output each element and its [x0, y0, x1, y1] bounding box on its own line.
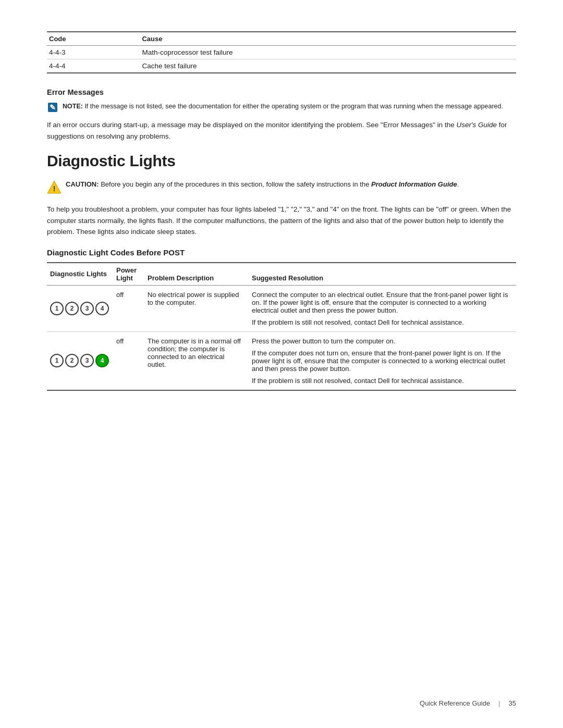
caution-text: CAUTION: Before you begin any of the pro…: [66, 179, 459, 190]
diagnostic-table: Diagnostic Lights PowerLight Problem Des…: [47, 262, 516, 391]
problem-cell-1: No electrical power is supplied to the c…: [144, 285, 249, 331]
resolution-para: If the problem is still not resolved, co…: [252, 318, 512, 326]
light-4: 4: [95, 302, 109, 315]
resolution-para: Press the power button to turn the compu…: [252, 337, 512, 345]
lights-row-2: 1 2 3 4: [50, 354, 109, 367]
power-cell-1: off: [113, 285, 144, 331]
lights-cell-2: 1 2 3 4: [47, 331, 113, 390]
svg-text:!: !: [53, 184, 56, 193]
problem-cell-2: The computer is in a normal off conditio…: [144, 331, 249, 390]
resolution-cell-1: Connect the computer to an electrical ou…: [249, 285, 516, 331]
footer-divider: |: [498, 699, 500, 707]
light-3: 3: [80, 302, 94, 315]
col-problem-desc: Problem Description: [144, 263, 249, 286]
lights-cell-1: 1 2 3 4: [47, 285, 113, 331]
light-4-green: 4: [95, 354, 109, 367]
col-header-code: Code: [47, 32, 140, 46]
code-cell: 4-4-3: [47, 46, 140, 59]
resolution-para: Connect the computer to an electrical ou…: [252, 291, 512, 314]
resolution-para: If the computer does not turn on, ensure…: [252, 349, 512, 373]
col-diag-lights: Diagnostic Lights: [47, 263, 113, 286]
table-row: 1 2 3 4 off The computer is in a normal …: [47, 331, 516, 390]
error-messages-section: Error Messages ✎ NOTE: If the message is…: [47, 88, 516, 142]
col-suggested-res: Suggested Resolution: [249, 263, 516, 286]
error-messages-heading: Error Messages: [47, 88, 516, 96]
code-cell: 4-4-4: [47, 59, 140, 73]
caution-label: CAUTION:: [66, 180, 99, 188]
note-icon: ✎: [47, 102, 58, 113]
svg-text:✎: ✎: [50, 103, 56, 112]
note-label: NOTE:: [63, 103, 83, 110]
footer-guide: Quick Reference Guide: [420, 699, 490, 707]
power-cell-2: off: [113, 331, 144, 390]
table-row: 4-4-4 Cache test failure: [47, 59, 516, 73]
light-1: 1: [50, 302, 64, 315]
caution-box: ! CAUTION: Before you begin any of the p…: [47, 179, 516, 195]
col-header-cause: Cause: [140, 32, 516, 46]
caution-italic: Product Information Guide: [371, 180, 457, 188]
note-box: ✎ NOTE: If the message is not listed, se…: [47, 102, 516, 113]
cause-cell: Cache test failure: [140, 59, 516, 73]
note-text: NOTE: If the message is not listed, see …: [63, 102, 503, 112]
page-number: 35: [509, 699, 516, 707]
diagnostic-lights-title: Diagnostic Lights: [47, 152, 516, 170]
cause-cell: Math-coprocessor test failure: [140, 46, 516, 59]
table-row: 1 2 3 4 off No electrical power is suppl…: [47, 285, 516, 331]
resolution-cell-2: Press the power button to turn the compu…: [249, 331, 516, 390]
light-2: 2: [65, 354, 79, 367]
error-messages-body: If an error occurs during start-up, a me…: [47, 119, 516, 142]
page-footer: Quick Reference Guide | 35: [420, 699, 516, 707]
light-2: 2: [65, 302, 79, 315]
table-row: 4-4-3 Math-coprocessor test failure: [47, 46, 516, 59]
note-body: If the message is not listed, see the do…: [84, 103, 503, 110]
subsection-heading: Diagnostic Light Codes Before POST: [47, 248, 516, 257]
lights-row-1: 1 2 3 4: [50, 302, 109, 315]
light-1: 1: [50, 354, 64, 367]
col-power-light: PowerLight: [113, 263, 144, 286]
caution-icon: !: [47, 180, 62, 195]
light-3: 3: [80, 354, 94, 367]
diagnostic-lights-body: To help you troubleshoot a problem, your…: [47, 204, 516, 238]
resolution-para: If the problem is still not resolved, co…: [252, 377, 512, 385]
caution-body: Before you begin any of the procedures i…: [101, 180, 371, 188]
code-cause-table: Code Cause 4-4-3 Math-coprocessor test f…: [47, 31, 516, 73]
